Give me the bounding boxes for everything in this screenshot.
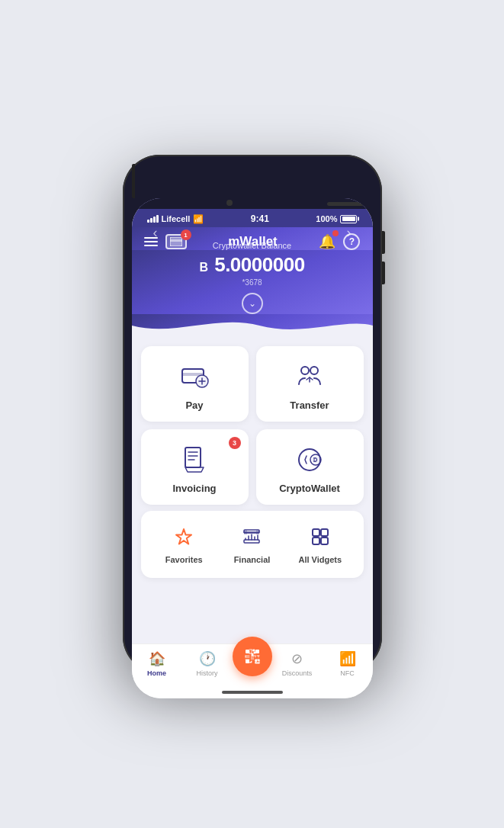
- expand-button[interactable]: ⌄: [242, 293, 263, 314]
- nfc-label: NFC: [340, 669, 355, 677]
- svg-rect-14: [321, 529, 328, 536]
- balance-section: ‹ › Cryptowallet Balance B 5.0000000 *36…: [132, 250, 373, 314]
- transfer-icon: [293, 360, 326, 393]
- discounts-icon: ⊘: [291, 650, 303, 667]
- chevron-down-area: ⌄: [147, 287, 358, 314]
- pay-icon: [178, 360, 211, 393]
- invoicing-card[interactable]: 3 Invoicing: [141, 429, 249, 505]
- home-icon: 🏠: [149, 650, 165, 667]
- financial-icon: [241, 526, 262, 550]
- camera-dot: [226, 200, 233, 206]
- financial-widget[interactable]: Financial: [218, 517, 286, 570]
- favorites-widget[interactable]: Favorites: [150, 517, 218, 570]
- svg-point-10: [312, 456, 319, 464]
- cryptowallet-icon: [293, 443, 326, 477]
- favorites-icon: [173, 526, 194, 550]
- account-number: *3678: [147, 278, 358, 287]
- currency-symbol: B: [199, 261, 207, 274]
- home-indicator-bar: [132, 685, 373, 698]
- main-content: Pay Transfer: [132, 337, 373, 643]
- bottom-nav: 🏠 Home 🕐 History ⊘ Discounts 📶: [132, 643, 373, 685]
- svg-rect-18: [255, 650, 259, 653]
- widget-row: Favorites Financial: [141, 511, 364, 578]
- phone-frame: Lifecell 📶 9:41 100%: [123, 155, 382, 673]
- phone-top-bar: [132, 198, 373, 209]
- svg-rect-19: [246, 660, 249, 663]
- battery-icon: [340, 215, 357, 223]
- next-wallet-button[interactable]: ›: [347, 225, 352, 241]
- wave-divider: [132, 314, 373, 337]
- balance-amount: B 5.0000000: [147, 253, 358, 277]
- cryptowallet-card[interactable]: CryptoWallet: [256, 429, 364, 505]
- status-left: Lifecell 📶: [147, 214, 204, 224]
- svg-rect-15: [313, 538, 319, 544]
- power-button[interactable]: [132, 164, 135, 198]
- invoicing-icon: [178, 443, 211, 477]
- battery-label: 100%: [316, 214, 337, 223]
- svg-rect-13: [313, 529, 319, 536]
- volume-up-button[interactable]: [382, 231, 385, 254]
- volume-down-button[interactable]: [382, 262, 385, 284]
- phone-screen: Lifecell 📶 9:41 100%: [132, 198, 373, 698]
- status-right: 100%: [316, 214, 357, 223]
- svg-rect-16: [321, 538, 328, 544]
- pay-card[interactable]: Pay: [141, 346, 249, 422]
- scan-button[interactable]: [233, 637, 272, 676]
- balance-nav: ‹ ›: [147, 225, 358, 241]
- balance-label: Cryptowallet Balance: [147, 241, 358, 250]
- signal-icon: [147, 215, 159, 223]
- scan-icon: [243, 647, 262, 666]
- all-vidgets-widget[interactable]: All Vidgets: [286, 517, 354, 570]
- battery-fill: [342, 217, 355, 221]
- speaker: [327, 202, 373, 206]
- transfer-card[interactable]: Transfer: [256, 346, 364, 422]
- svg-point-6: [310, 367, 318, 374]
- prev-wallet-button[interactable]: ‹: [153, 225, 158, 241]
- nfc-icon: 📶: [339, 650, 356, 667]
- carrier-label: Lifecell: [162, 214, 191, 223]
- nav-home[interactable]: 🏠 Home: [132, 650, 182, 677]
- invoicing-label: Invoicing: [172, 483, 216, 494]
- nav-history[interactable]: 🕐 History: [182, 650, 233, 677]
- financial-label: Financial: [234, 555, 271, 564]
- action-grid: Pay Transfer: [132, 337, 373, 511]
- svg-rect-17: [246, 650, 249, 653]
- home-indicator: [222, 691, 283, 694]
- nav-nfc[interactable]: 📶 NFC: [323, 650, 373, 677]
- pay-label: Pay: [185, 400, 203, 411]
- home-label: Home: [147, 669, 166, 677]
- balance-value: 5.0000000: [214, 253, 304, 276]
- invoicing-badge: 3: [229, 437, 241, 449]
- history-label: History: [196, 669, 217, 677]
- all-vidgets-icon: [310, 526, 331, 550]
- cryptowallet-label: CryptoWallet: [279, 483, 340, 494]
- history-icon: 🕐: [199, 650, 216, 667]
- transfer-label: Transfer: [290, 400, 329, 411]
- svg-point-5: [301, 367, 309, 374]
- svg-rect-7: [185, 448, 201, 467]
- status-time: 9:41: [251, 213, 269, 224]
- favorites-label: Favorites: [165, 555, 203, 564]
- nav-discounts[interactable]: ⊘ Discounts: [272, 650, 323, 677]
- all-vidgets-label: All Vidgets: [299, 555, 342, 564]
- discounts-label: Discounts: [282, 669, 313, 677]
- wifi-icon: 📶: [193, 214, 204, 224]
